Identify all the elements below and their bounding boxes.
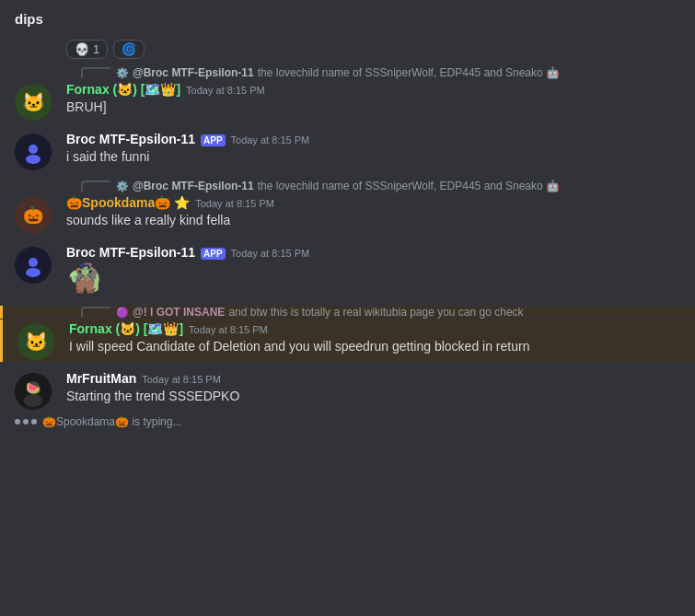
typing-dot-3 xyxy=(31,419,37,424)
message-content-2: Broc MTF-Epsilon-11 APP Today at 8:15 PM… xyxy=(66,132,680,170)
message-5: 🐱 Fornax (🐱) [🗺️👑] Today at 8:15 PM I wi… xyxy=(0,320,695,362)
message-group-2: Broc MTF-Epsilon-11 APP Today at 8:15 PM… xyxy=(0,130,695,172)
reply-line-5 xyxy=(81,307,110,318)
svg-point-10 xyxy=(24,394,42,407)
message-header-3: 🎃Spookdama🎃 ⭐ Today at 8:15 PM xyxy=(66,195,680,210)
timestamp-5: Today at 8:15 PM xyxy=(189,324,268,335)
message-text-1: BRUH] xyxy=(66,99,680,117)
message-group-3: ⚙️ @Broc MTF-Epsilon-11 the lovechild na… xyxy=(0,180,695,236)
spookdama-avatar-svg: 🎃 xyxy=(15,197,52,234)
skull-reaction[interactable]: 💀 1 xyxy=(66,40,108,59)
reply-icon-3: ⚙️ xyxy=(116,180,129,192)
svg-text:🎃: 🎃 xyxy=(23,205,44,226)
skull-emoji: 💀 xyxy=(75,42,89,56)
timestamp-4: Today at 8:15 PM xyxy=(231,248,310,259)
reply-content-1: ⚙️ @Broc MTF-Epsilon-11 the lovechild na… xyxy=(116,66,560,79)
swirl-reaction[interactable]: 🌀 xyxy=(113,40,145,59)
reply-content-3: ⚙️ @Broc MTF-Epsilon-11 the lovechild na… xyxy=(116,180,560,192)
typing-dot-2 xyxy=(23,419,29,424)
swirl-emoji: 🌀 xyxy=(122,42,136,56)
timestamp-3: Today at 8:15 PM xyxy=(195,198,274,209)
message-header-4: Broc MTF-Epsilon-11 APP Today at 8:15 PM xyxy=(66,245,680,260)
message-group-4: Broc MTF-Epsilon-11 APP Today at 8:15 PM… xyxy=(0,243,695,298)
fornax-avatar-1: 🐱 xyxy=(15,84,52,121)
message-header-5: Fornax (🐱) [🗺️👑] Today at 8:15 PM xyxy=(69,321,680,336)
reply-content-5: 🟣 @! I GOT INSANE and btw this is totall… xyxy=(116,306,524,319)
message-3: 🎃 🎃Spookdama🎃 ⭐ Today at 8:15 PM sounds … xyxy=(0,193,695,236)
svg-text:🍉: 🍉 xyxy=(26,380,41,396)
broc-avatar-svg-2 xyxy=(20,252,46,278)
message-text-6: Starting the trend SSSEDPKO xyxy=(66,388,680,406)
message-content-4: Broc MTF-Epsilon-11 APP Today at 8:15 PM… xyxy=(66,245,680,296)
channel-header: dips xyxy=(0,7,695,32)
timestamp-6: Today at 8:15 PM xyxy=(142,374,221,385)
svg-point-7 xyxy=(26,268,41,277)
mrfruitman-avatar-svg: 🍉 xyxy=(15,373,52,410)
mrfruitman-avatar: 🍉 xyxy=(15,373,52,410)
spookdama-avatar: 🎃 xyxy=(15,197,52,234)
typing-indicator: 🎃Spookdama🎃 is typing... xyxy=(0,412,695,436)
message-group-6: 🍉 MrFruitMan Today at 8:15 PM Starting t… xyxy=(0,369,695,412)
broc-avatar-2 xyxy=(15,247,52,284)
message-content-3: 🎃Spookdama🎃 ⭐ Today at 8:15 PM sounds li… xyxy=(66,195,680,234)
reply-username-3: @Broc MTF-Epsilon-11 xyxy=(133,180,254,192)
username-broc-1: Broc MTF-Epsilon-11 xyxy=(66,132,195,146)
fornax-avatar-2: 🐱 xyxy=(17,323,54,360)
username-broc-2: Broc MTF-Epsilon-11 xyxy=(66,245,195,260)
message-header-2: Broc MTF-Epsilon-11 APP Today at 8:15 PM xyxy=(66,132,680,146)
reply-text-5: and btw this is totally a real wikitubia… xyxy=(228,306,523,319)
channel-name: dips xyxy=(15,11,43,27)
message-4: Broc MTF-Epsilon-11 APP Today at 8:15 PM… xyxy=(0,243,695,298)
chat-container: dips 💀 1 🌀 ⚙️ @Broc MTF-Epsilon-11 the l… xyxy=(0,0,695,443)
message-text-4: 🧌 xyxy=(66,262,680,296)
reply-text-3: the lovechild name of SSSniperWolf, EDP4… xyxy=(258,180,560,192)
message-1: 🐱 Fornax (🐱) [🗺️👑] Today at 8:15 PM BRUH… xyxy=(0,80,695,122)
timestamp-1: Today at 8:15 PM xyxy=(186,85,265,96)
message-header-1: Fornax (🐱) [🗺️👑] Today at 8:15 PM xyxy=(66,82,680,97)
broc-avatar-svg xyxy=(20,139,46,165)
message-content-1: Fornax (🐱) [🗺️👑] Today at 8:15 PM BRUH] xyxy=(66,82,680,121)
reply-indicator-3: ⚙️ @Broc MTF-Epsilon-11 the lovechild na… xyxy=(0,180,695,192)
reply-line-1 xyxy=(81,67,110,78)
username-fornax-1: Fornax (🐱) [🗺️👑] xyxy=(66,82,180,97)
svg-point-6 xyxy=(29,258,38,267)
message-text-2: i said the funni xyxy=(66,148,680,167)
username-fornax-2: Fornax (🐱) [🗺️👑] xyxy=(69,321,183,336)
message-2: Broc MTF-Epsilon-11 APP Today at 8:15 PM… xyxy=(0,130,695,172)
reply-username-1: @Broc MTF-Epsilon-11 xyxy=(133,66,254,79)
message-content-5: Fornax (🐱) [🗺️👑] Today at 8:15 PM I will… xyxy=(69,321,680,360)
username-mrfruitman: MrFruitMan xyxy=(66,371,136,386)
app-badge-1: APP xyxy=(201,134,226,146)
skull-count: 1 xyxy=(93,42,99,56)
message-content-6: MrFruitMan Today at 8:15 PM Starting the… xyxy=(66,371,680,410)
app-badge-2: APP xyxy=(201,248,226,260)
reply-icon-5: 🟣 xyxy=(116,307,129,319)
reply-icon: ⚙️ xyxy=(116,67,129,79)
message-text-5: I will speed Candidate of Deletion and y… xyxy=(69,338,680,356)
message-group-5: 🟣 @! I GOT INSANE and btw this is totall… xyxy=(0,306,695,362)
message-6: 🍉 MrFruitMan Today at 8:15 PM Starting t… xyxy=(0,369,695,412)
reaction-bar: 💀 1 🌀 xyxy=(0,32,695,63)
reply-username-5: @! I GOT INSANE xyxy=(133,306,225,319)
reply-line-3 xyxy=(81,180,110,192)
reply-text-1: the lovechild name of SSSniperWolf, EDP4… xyxy=(258,66,560,79)
typing-text: 🎃Spookdama🎃 is typing... xyxy=(42,415,181,428)
username-spookdama: 🎃Spookdama🎃 ⭐ xyxy=(66,195,190,210)
broc-avatar-1 xyxy=(15,134,52,170)
reply-indicator-1: ⚙️ @Broc MTF-Epsilon-11 the lovechild na… xyxy=(0,66,695,79)
typing-dot-1 xyxy=(15,419,20,424)
svg-point-1 xyxy=(29,145,38,154)
message-text-3: sounds like a really kind fella xyxy=(66,212,680,230)
svg-point-2 xyxy=(26,155,41,164)
reply-indicator-5: 🟣 @! I GOT INSANE and btw this is totall… xyxy=(0,306,695,319)
timestamp-2: Today at 8:15 PM xyxy=(231,134,310,145)
typing-dots xyxy=(15,419,37,424)
message-group-1: ⚙️ @Broc MTF-Epsilon-11 the lovechild na… xyxy=(0,66,695,122)
message-header-6: MrFruitMan Today at 8:15 PM xyxy=(66,371,680,386)
